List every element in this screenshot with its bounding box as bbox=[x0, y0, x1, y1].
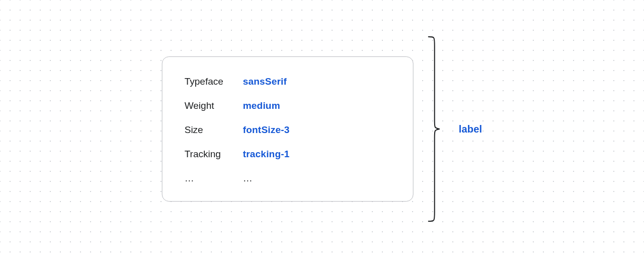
property-value: tracking-1 bbox=[243, 149, 290, 160]
property-value: sansSerif bbox=[243, 76, 287, 87]
property-key: Typeface bbox=[185, 76, 243, 87]
property-row-more: … … bbox=[185, 173, 391, 184]
property-key: Tracking bbox=[185, 149, 243, 160]
ellipsis-icon: … bbox=[243, 173, 253, 184]
token-properties-panel: Typeface sansSerif Weight medium Size fo… bbox=[162, 56, 414, 202]
alias-label: label bbox=[459, 123, 482, 135]
property-value: fontSize-3 bbox=[243, 124, 290, 136]
property-row: Size fontSize-3 bbox=[185, 124, 391, 136]
property-row: Weight medium bbox=[185, 100, 391, 111]
property-value: medium bbox=[243, 100, 280, 111]
diagram-stage: Typeface sansSerif Weight medium Size fo… bbox=[162, 36, 482, 222]
curly-brace-icon bbox=[428, 36, 441, 222]
property-key: Weight bbox=[185, 100, 243, 111]
property-row: Typeface sansSerif bbox=[185, 76, 391, 87]
ellipsis-icon: … bbox=[185, 173, 243, 184]
property-row: Tracking tracking-1 bbox=[185, 149, 391, 160]
property-key: Size bbox=[185, 124, 243, 136]
